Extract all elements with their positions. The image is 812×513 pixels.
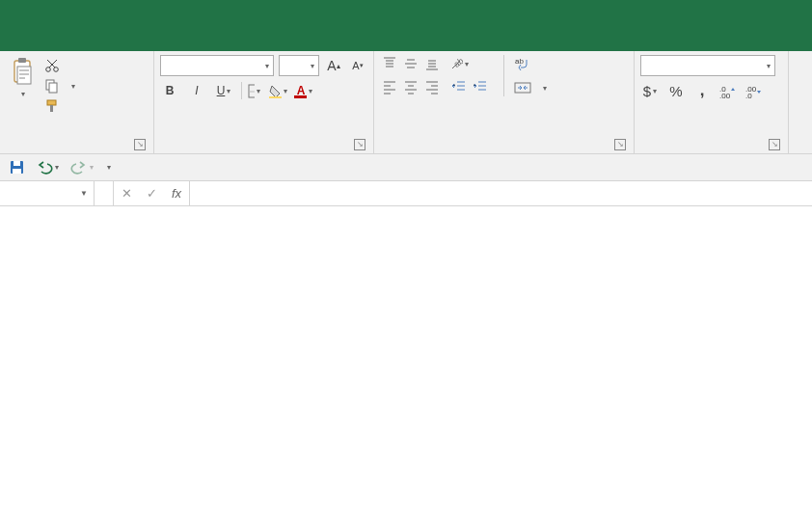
enter-icon[interactable]: ✓ bbox=[139, 186, 164, 201]
wrap-text-button[interactable]: ab bbox=[512, 55, 549, 72]
svg-point-3 bbox=[46, 68, 51, 72]
svg-text:.00: .00 bbox=[719, 92, 731, 98]
cut-button[interactable] bbox=[42, 57, 77, 74]
svg-point-4 bbox=[54, 68, 59, 72]
dialog-launcher-icon[interactable]: ↘ bbox=[354, 139, 365, 150]
title-bar bbox=[0, 0, 812, 22]
clipboard-icon bbox=[10, 57, 35, 86]
paintbrush-icon bbox=[44, 98, 60, 114]
italic-button[interactable]: I bbox=[187, 82, 206, 99]
accounting-format-button[interactable]: $▾ bbox=[640, 82, 660, 99]
wrap-text-icon: ab bbox=[514, 56, 531, 71]
align-right-icon[interactable] bbox=[422, 78, 442, 95]
number-format-select[interactable]: ▾ bbox=[640, 55, 775, 76]
formula-input[interactable] bbox=[190, 181, 812, 205]
decrease-indent-icon[interactable] bbox=[449, 78, 469, 95]
increase-decimal-icon[interactable]: .0.00 bbox=[718, 82, 738, 99]
cancel-icon[interactable]: ✕ bbox=[114, 186, 139, 201]
fill-color-button[interactable]: ▾ bbox=[268, 82, 287, 99]
increase-font-icon[interactable]: A▴ bbox=[324, 57, 343, 74]
align-top-icon[interactable] bbox=[380, 55, 399, 72]
fx-icon[interactable]: fx bbox=[164, 186, 189, 201]
increase-indent-icon[interactable] bbox=[471, 78, 490, 95]
svg-rect-20 bbox=[14, 161, 20, 166]
svg-text:.0: .0 bbox=[745, 92, 752, 98]
svg-rect-6 bbox=[49, 83, 57, 93]
svg-rect-1 bbox=[18, 58, 26, 63]
svg-rect-7 bbox=[47, 100, 56, 105]
dialog-launcher-icon[interactable]: ↘ bbox=[769, 139, 780, 150]
borders-button[interactable]: ▾ bbox=[241, 82, 260, 99]
dialog-launcher-icon[interactable]: ↘ bbox=[134, 139, 146, 150]
svg-rect-21 bbox=[13, 169, 21, 174]
decrease-font-icon[interactable]: A▾ bbox=[348, 57, 367, 74]
ribbon: ▾ ▾ ↘ ▾ bbox=[0, 51, 812, 154]
font-size-select[interactable]: ▾ bbox=[279, 55, 319, 76]
name-box[interactable]: ▼ bbox=[0, 181, 95, 205]
orientation-button[interactable]: ab▾ bbox=[449, 55, 469, 72]
align-middle-icon[interactable] bbox=[401, 55, 420, 72]
dialog-launcher-icon[interactable]: ↘ bbox=[614, 139, 626, 150]
decrease-decimal-icon[interactable]: .00.0 bbox=[744, 82, 764, 99]
save-icon[interactable] bbox=[10, 160, 24, 175]
comma-format-button[interactable]: , bbox=[692, 82, 712, 99]
qat-customize-icon[interactable]: ▾ bbox=[107, 163, 111, 172]
font-name-select[interactable]: ▾ bbox=[160, 55, 274, 76]
chevron-down-icon: ▾ bbox=[71, 82, 75, 91]
align-bottom-icon[interactable] bbox=[422, 55, 442, 72]
copy-icon bbox=[44, 78, 60, 94]
svg-rect-8 bbox=[50, 105, 53, 112]
formula-bar: ▼ ✕ ✓ fx bbox=[0, 181, 812, 206]
redo-icon[interactable]: ▾ bbox=[70, 161, 94, 175]
copy-button[interactable]: ▾ bbox=[42, 77, 77, 94]
merge-center-button[interactable]: ▾ bbox=[512, 79, 549, 96]
quick-access-toolbar: ▾ ▾ ▾ bbox=[0, 154, 812, 181]
format-painter-button[interactable] bbox=[42, 97, 77, 115]
percent-format-button[interactable]: % bbox=[666, 82, 686, 99]
underline-button[interactable]: U▾ bbox=[214, 82, 233, 99]
svg-rect-11 bbox=[294, 95, 307, 98]
svg-rect-14 bbox=[515, 83, 530, 93]
svg-rect-10 bbox=[269, 96, 282, 98]
undo-icon[interactable]: ▾ bbox=[36, 161, 59, 175]
align-center-icon[interactable] bbox=[401, 78, 420, 95]
svg-rect-2 bbox=[17, 67, 31, 84]
chevron-down-icon: ▾ bbox=[21, 90, 25, 98]
font-color-button[interactable]: A▾ bbox=[295, 82, 314, 99]
scissors-icon bbox=[44, 58, 60, 73]
svg-text:ab: ab bbox=[515, 57, 524, 66]
ribbon-tabs bbox=[0, 22, 812, 51]
bold-button[interactable]: B bbox=[160, 82, 179, 99]
paste-button[interactable]: ▾ bbox=[6, 55, 39, 100]
merge-icon bbox=[514, 80, 531, 95]
chevron-down-icon: ▾ bbox=[543, 84, 547, 93]
align-left-icon[interactable] bbox=[380, 78, 399, 95]
